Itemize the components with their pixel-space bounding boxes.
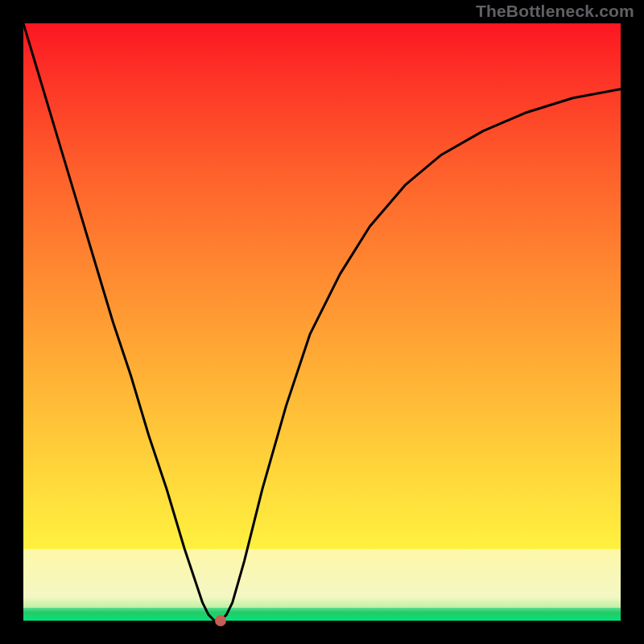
curve-path (23, 23, 621, 621)
minimum-marker (215, 615, 226, 626)
watermark-text: TheBottleneck.com (476, 2, 634, 21)
chart-frame: TheBottleneck.com (0, 0, 644, 644)
plot-area (23, 23, 621, 621)
bottleneck-curve (23, 23, 621, 621)
